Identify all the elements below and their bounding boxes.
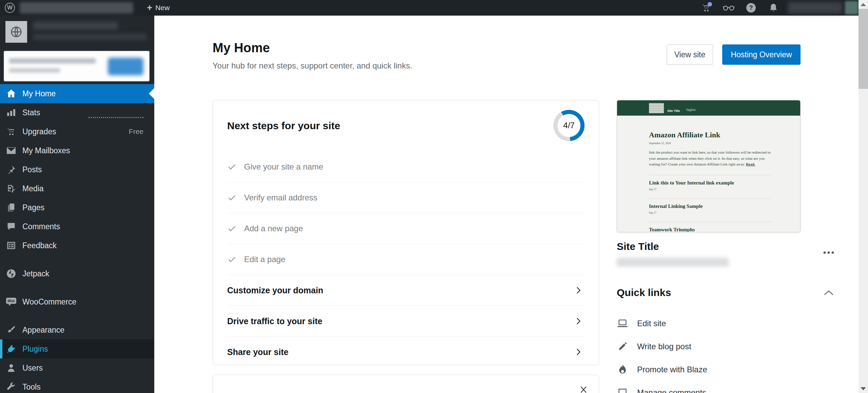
globe-icon bbox=[10, 25, 23, 38]
divider bbox=[649, 198, 771, 199]
glasses-icon[interactable] bbox=[717, 0, 740, 16]
chevron-up-icon[interactable] bbox=[824, 290, 834, 296]
comment-square-icon bbox=[617, 388, 628, 393]
check-icon bbox=[227, 255, 237, 264]
sidebar-item-tools[interactable]: Tools bbox=[0, 377, 154, 393]
quick-link-manage-comments[interactable]: Manage comments bbox=[617, 385, 759, 393]
preview-post-title: Amazon Affiliate Link bbox=[649, 131, 771, 139]
site-preview-body: Amazon Affiliate Link September 21, 2024… bbox=[617, 116, 800, 232]
sidebar-item-upgrades[interactable]: Upgrades Free bbox=[0, 122, 154, 141]
quick-link-label: Write blog post bbox=[637, 342, 691, 351]
media-icon bbox=[6, 184, 17, 193]
jetpack-icon bbox=[6, 269, 17, 278]
task-label: Verify email address bbox=[244, 193, 317, 202]
sidebar-item-comments[interactable]: Comments bbox=[0, 217, 154, 236]
account-menu[interactable] bbox=[788, 0, 859, 16]
task-row-completed[interactable]: Give your site a name bbox=[227, 151, 585, 182]
quick-link-promote-with-blaze[interactable]: Promote with Blaze bbox=[617, 362, 759, 377]
sidebar-item-label: Media bbox=[22, 184, 44, 193]
pages-icon bbox=[6, 203, 17, 212]
new-content-button[interactable]: + New bbox=[147, 3, 170, 13]
quick-link-label: Edit site bbox=[637, 319, 666, 328]
vertical-scrollbar[interactable] bbox=[859, 0, 868, 393]
ellipsis-menu-icon[interactable] bbox=[823, 251, 834, 254]
sidebar-item-label: WooCommerce bbox=[22, 297, 76, 307]
sidebar-item-media[interactable]: Media bbox=[0, 179, 154, 198]
stats-icon bbox=[6, 108, 17, 117]
preview-post-date: September 21, 2024 bbox=[649, 142, 771, 145]
sidebar-item-label: My Home bbox=[22, 89, 56, 98]
task-row-pending[interactable]: Customize your domain bbox=[227, 275, 585, 306]
svg-text:Woo: Woo bbox=[7, 299, 15, 303]
divider bbox=[649, 175, 771, 175]
hosting-overview-button[interactable]: Hosting Overview bbox=[722, 44, 801, 65]
check-icon bbox=[227, 224, 237, 233]
sidebar-item-label: Tools bbox=[22, 382, 41, 392]
sidebar-item-pages[interactable]: Pages bbox=[0, 198, 154, 217]
preview-post-date: Sep 17 bbox=[649, 188, 771, 191]
chevron-right-icon bbox=[574, 317, 583, 326]
sidebar-item-woocommerce[interactable]: Woo WooCommerce bbox=[0, 292, 154, 311]
notice-text-redacted bbox=[9, 58, 96, 63]
site-preview-card[interactable]: Site Title Tagline Amazon Affiliate Link… bbox=[617, 100, 801, 232]
wordpress-admin-dashboard: W + New ? bbox=[0, 0, 868, 393]
pushpin-icon bbox=[6, 165, 17, 174]
task-label: Add a new page bbox=[244, 224, 303, 233]
progress-ring-label: 4/7 bbox=[557, 114, 580, 137]
sidebar-item-plugins[interactable]: Plugins bbox=[0, 339, 154, 358]
scrollbar-thumb[interactable] bbox=[859, 9, 868, 89]
avatar bbox=[845, 1, 859, 15]
site-preview-site-title: Site Title bbox=[667, 109, 680, 113]
quick-link-edit-site[interactable]: Edit site bbox=[617, 316, 759, 331]
bell-icon[interactable] bbox=[762, 0, 785, 16]
scroll-down-arrow[interactable] bbox=[859, 385, 868, 392]
sidebar-item-stats[interactable]: Stats bbox=[0, 103, 154, 122]
main-content: My Home Your hub for next steps, support… bbox=[154, 16, 859, 393]
quick-link-write-blog-post[interactable]: Write blog post bbox=[617, 339, 759, 354]
sidebar-item-appearance[interactable]: Appearance bbox=[0, 320, 154, 339]
admin-menu: My Home Stats Upgrades Free My Mailboxes bbox=[0, 84, 154, 393]
sidebar-notice-card[interactable] bbox=[4, 51, 150, 81]
notice-action-button-redacted[interactable] bbox=[108, 58, 143, 75]
laptop-icon bbox=[617, 319, 628, 328]
next-steps-title: Next steps for your site bbox=[227, 120, 340, 132]
plus-icon: + bbox=[147, 3, 152, 13]
preview-post-title: Internal Linking Sample bbox=[649, 203, 771, 209]
close-icon[interactable] bbox=[579, 385, 588, 393]
task-row-pending[interactable]: Share your site bbox=[227, 336, 585, 367]
view-site-button[interactable]: View site bbox=[667, 44, 713, 65]
next-steps-header: Next steps for your site 4/7 bbox=[227, 100, 585, 151]
cart-icon[interactable] bbox=[695, 0, 717, 16]
sidebar-item-jetpack[interactable]: Jetpack bbox=[0, 264, 154, 283]
site-identity[interactable] bbox=[0, 16, 154, 43]
wordpress-logo-icon[interactable]: W bbox=[5, 3, 15, 13]
progress-ring: 4/7 bbox=[553, 110, 585, 141]
flame-icon bbox=[617, 365, 628, 375]
task-row-completed[interactable]: Verify email address bbox=[227, 182, 585, 213]
sidebar-item-my-mailboxes[interactable]: My Mailboxes bbox=[0, 141, 154, 160]
mail-icon bbox=[6, 146, 17, 155]
sidebar-item-feedback[interactable]: Feedback bbox=[0, 236, 154, 255]
check-icon bbox=[227, 193, 237, 202]
divider bbox=[649, 222, 771, 222]
help-icon[interactable]: ? bbox=[740, 0, 762, 16]
task-row-pending[interactable]: Drive traffic to your site bbox=[227, 306, 585, 336]
sidebar-item-label: Comments bbox=[22, 222, 60, 231]
cart-icon bbox=[6, 127, 17, 136]
task-row-completed[interactable]: Edit a page bbox=[227, 244, 585, 275]
sidebar-item-users[interactable]: Users bbox=[0, 358, 154, 377]
sidebar-item-my-home[interactable]: My Home bbox=[0, 84, 154, 103]
pencil-icon bbox=[617, 342, 628, 351]
current-site-name-redacted[interactable] bbox=[20, 2, 133, 14]
cart-badge bbox=[708, 2, 712, 6]
feedback-icon bbox=[6, 241, 17, 250]
scroll-up-arrow[interactable] bbox=[859, 1, 868, 8]
sidebar-item-label: Appearance bbox=[22, 326, 64, 335]
new-label: New bbox=[155, 4, 170, 12]
task-row-completed[interactable]: Add a new page bbox=[227, 213, 585, 244]
user-icon bbox=[6, 363, 17, 373]
sidebar-item-posts[interactable]: Posts bbox=[0, 160, 154, 179]
task-label: Customize your domain bbox=[227, 286, 323, 295]
admin-bar: W + New ? bbox=[0, 0, 868, 16]
preview-post-title: Teamwork Triumphs bbox=[649, 227, 771, 232]
